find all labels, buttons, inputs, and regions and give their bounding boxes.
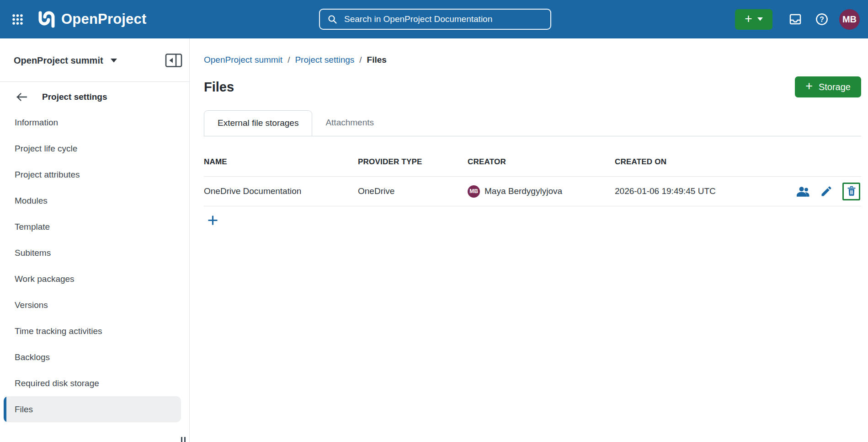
sidebar-item-template[interactable]: Template: [0, 214, 189, 240]
created-on-cell: 2026-01-06 19:49:45 UTC: [615, 186, 797, 196]
plus-icon: [207, 214, 219, 226]
edit-button[interactable]: [820, 185, 833, 198]
collapse-sidebar-icon: [165, 53, 182, 68]
global-add-button[interactable]: +: [735, 9, 772, 30]
settings-section-title: Project settings: [42, 92, 107, 102]
search-input[interactable]: [343, 14, 543, 25]
project-selector[interactable]: OpenProject summit: [14, 55, 103, 66]
sidebar-item-modules[interactable]: Modules: [0, 188, 189, 214]
inbox-icon: [788, 12, 802, 26]
project-sidebar: OpenProject summit Project settings: [0, 38, 190, 442]
column-header-provider-type: PROVIDER TYPE: [358, 157, 468, 167]
add-storage-inline-button[interactable]: [205, 212, 220, 228]
column-header-creator: CREATOR: [468, 157, 615, 167]
breadcrumb: OpenProject summit/Project settings/File…: [204, 55, 861, 65]
topbar-actions: + ? MB: [735, 0, 868, 38]
user-avatar[interactable]: MB: [839, 9, 860, 30]
sidebar-item-files[interactable]: Files: [4, 396, 181, 422]
table-row: OneDrive Documentation OneDrive MB Maya …: [204, 177, 861, 206]
column-header-name: NAME: [204, 157, 358, 167]
app-grid-menu-button[interactable]: [6, 8, 28, 30]
project-selector-row: OpenProject summit: [0, 38, 189, 70]
settings-menu: Information Project life cycle Project a…: [0, 105, 189, 422]
sidebar-item-versions[interactable]: Versions: [0, 292, 189, 318]
delete-button[interactable]: [842, 183, 860, 200]
plus-icon: +: [745, 12, 752, 25]
sidebar-item-required-disk-storage[interactable]: Required disk storage: [0, 370, 189, 396]
creator-name: Maya Berdygylyjova: [485, 186, 562, 196]
add-storage-button[interactable]: + Storage: [795, 76, 861, 97]
global-search[interactable]: [319, 9, 551, 30]
sidebar-item-backlogs[interactable]: Backlogs: [0, 344, 189, 370]
app-window: OpenProject +: [0, 0, 868, 442]
breadcrumb-separator: /: [288, 55, 290, 65]
page-title: Files: [204, 80, 234, 95]
sidebar-item-information[interactable]: Information: [0, 109, 189, 135]
search-icon: [327, 14, 338, 25]
files-tabs: External file storages Attachments: [204, 110, 861, 136]
sidebar-item-project-life-cycle[interactable]: Project life cycle: [0, 135, 189, 162]
sidebar-item-subitems[interactable]: Subitems: [0, 240, 189, 266]
add-storage-row: [204, 212, 861, 228]
breadcrumb-separator: /: [359, 55, 362, 65]
svg-text:?: ?: [820, 16, 824, 23]
grid-icon: [11, 13, 24, 26]
storage-name-cell: OneDrive Documentation: [204, 186, 358, 196]
help-icon: ?: [815, 12, 829, 26]
trash-icon: [846, 185, 857, 197]
logo-text: OpenProject: [61, 11, 147, 27]
chevron-down-icon: [757, 17, 763, 21]
back-button[interactable]: [16, 92, 27, 102]
sidebar-resize-handle[interactable]: [181, 437, 186, 442]
breadcrumb-project-link[interactable]: OpenProject summit: [204, 55, 282, 65]
tab-attachments[interactable]: Attachments: [312, 110, 387, 136]
arrow-left-icon: [16, 92, 27, 102]
members-icon: [797, 186, 810, 197]
storages-table: NAME PROVIDER TYPE CREATOR CREATED ON On…: [204, 147, 861, 228]
openproject-logo[interactable]: OpenProject: [34, 10, 147, 29]
breadcrumb-current: Files: [367, 55, 387, 65]
openproject-logo-icon: [34, 10, 56, 29]
tab-external-file-storages[interactable]: External file storages: [204, 110, 312, 136]
provider-type-cell: OneDrive: [358, 186, 468, 196]
creator-avatar: MB: [468, 185, 480, 198]
page-header: Files + Storage: [204, 76, 861, 97]
breadcrumb-settings-link[interactable]: Project settings: [295, 55, 354, 65]
sidebar-item-project-attributes[interactable]: Project attributes: [0, 162, 189, 188]
sidebar-item-time-tracking-activities[interactable]: Time tracking activities: [0, 318, 189, 344]
members-button[interactable]: [797, 186, 810, 197]
sidebar-item-work-packages[interactable]: Work packages: [0, 266, 189, 292]
top-navigation-bar: OpenProject +: [0, 0, 868, 38]
project-caret-down-icon[interactable]: [111, 59, 117, 63]
collapse-sidebar-button[interactable]: [164, 51, 184, 70]
notifications-button[interactable]: [785, 9, 805, 29]
plus-icon: +: [805, 80, 813, 92]
edit-pencil-icon: [820, 185, 833, 198]
table-header-row: NAME PROVIDER TYPE CREATOR CREATED ON: [204, 147, 861, 177]
add-storage-button-label: Storage: [819, 82, 851, 92]
row-actions: [797, 183, 861, 200]
settings-section-header: Project settings: [0, 82, 189, 105]
main-content: OpenProject summit/Project settings/File…: [190, 38, 868, 442]
column-header-created-on: CREATED ON: [615, 157, 861, 167]
creator-cell: MB Maya Berdygylyjova: [468, 185, 615, 198]
help-button[interactable]: ?: [812, 9, 832, 29]
